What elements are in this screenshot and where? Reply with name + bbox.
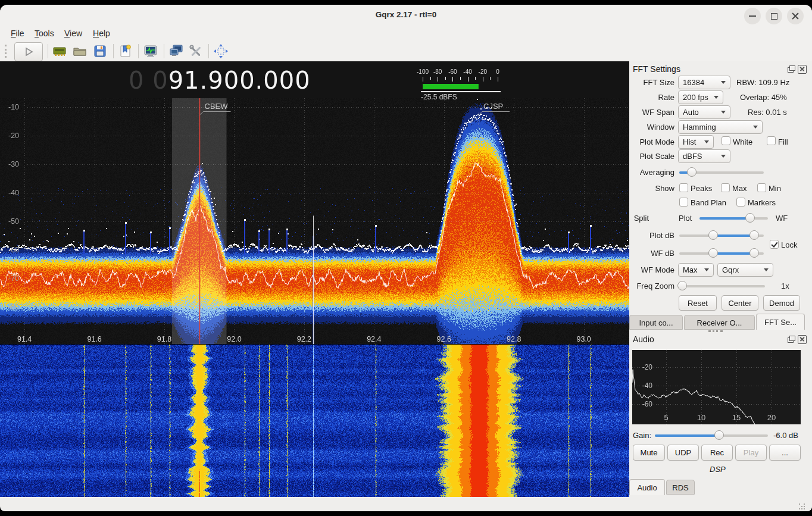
slider-handle[interactable]: [708, 248, 718, 258]
tab-audio[interactable]: Audio: [629, 479, 665, 495]
float-panel-icon[interactable]: [788, 67, 794, 73]
more-button[interactable]: ...: [769, 445, 801, 461]
wf-db-label: WF dB: [600, 249, 674, 258]
close-icon: [787, 8, 804, 24]
split-plot-label: Plot: [679, 214, 692, 223]
markers-checkbox[interactable]: [736, 198, 745, 207]
fft-size-select[interactable]: 16384: [678, 76, 730, 89]
move-arrows-icon: [213, 43, 229, 59]
play-button[interactable]: Play: [735, 445, 767, 461]
maximize-button[interactable]: [766, 8, 782, 24]
close-panel-icon[interactable]: [798, 335, 807, 344]
tab-input-controls[interactable]: Input co...: [629, 315, 683, 330]
chevron-down-icon: [704, 268, 709, 271]
spectrum-waterfall-plot[interactable]: [0, 61, 629, 497]
dbfs-meter: [413, 67, 503, 100]
averaging-slider[interactable]: [679, 171, 764, 174]
chevron-down-icon: [764, 268, 769, 271]
min-label: Min: [769, 184, 781, 193]
device-icon: [52, 43, 67, 59]
fft-dock-icons: [788, 65, 807, 73]
wf-theme-select[interactable]: Gqrx: [717, 263, 773, 277]
wf-mode-select[interactable]: Max: [678, 263, 714, 277]
dock-splitter-handle[interactable]: [708, 330, 723, 334]
chevron-down-icon: [753, 126, 758, 129]
slider-handle[interactable]: [714, 430, 724, 440]
window-select[interactable]: Hamming: [678, 120, 763, 134]
mute-button[interactable]: Mute: [633, 445, 665, 461]
close-panel-icon[interactable]: [798, 65, 807, 74]
close-button[interactable]: [787, 8, 804, 24]
dsp-label: DSP: [710, 465, 726, 474]
remote-control-button[interactable]: [168, 43, 185, 60]
slider-handle[interactable]: [749, 248, 759, 258]
white-checkbox[interactable]: [722, 136, 730, 145]
band-plan-checkbox[interactable]: [679, 198, 688, 207]
fill-checkbox[interactable]: [767, 136, 776, 145]
demod-button[interactable]: Demod: [763, 295, 800, 311]
chevron-down-icon: [714, 96, 719, 99]
menu-file[interactable]: File: [7, 27, 28, 39]
rate-select[interactable]: 200 fps: [678, 90, 723, 104]
wrench-screwdriver-icon: [188, 43, 204, 59]
reset-button[interactable]: Reset: [679, 295, 717, 311]
gain-slider[interactable]: [655, 434, 768, 437]
tools-button[interactable]: [188, 43, 204, 60]
plot-mode-select[interactable]: Hist: [678, 135, 714, 149]
peaks-checkbox[interactable]: [679, 183, 688, 192]
lock-checkbox[interactable]: [770, 240, 779, 249]
udp-button[interactable]: UDP: [667, 445, 699, 461]
fullscreen-button[interactable]: [213, 43, 229, 60]
freq-zoom-slider[interactable]: [679, 285, 765, 287]
wf-span-select[interactable]: Auto: [678, 105, 730, 119]
plot-scale-select[interactable]: dBFS: [678, 149, 730, 163]
bookmarks-button[interactable]: [117, 43, 134, 60]
split-slider[interactable]: [699, 217, 768, 220]
configure-io-button[interactable]: [51, 43, 68, 60]
slider-handle[interactable]: [677, 281, 687, 290]
maximize-icon: [771, 13, 777, 20]
waveform-monitor-icon: [143, 43, 158, 59]
float-panel-icon[interactable]: [788, 337, 794, 343]
center-button[interactable]: Center: [722, 295, 758, 311]
load-settings-button[interactable]: [71, 43, 88, 60]
wf-mode-label: WF Mode: [600, 265, 674, 274]
start-dsp-button[interactable]: [14, 42, 43, 61]
toolbar-grip[interactable]: [5, 45, 9, 58]
resize-grip[interactable]: [799, 504, 800, 505]
fill-checkbox-label: Fill: [778, 137, 788, 146]
show-label: Show: [600, 184, 674, 193]
wf-db-range-slider[interactable]: [679, 252, 764, 255]
window-title: Gqrx 2.17 - rtl=0: [0, 10, 812, 19]
white-checkbox-label: White: [733, 137, 752, 146]
titlebar[interactable]: Gqrx 2.17 - rtl=0: [0, 5, 812, 26]
slider-handle[interactable]: [749, 230, 759, 240]
minimize-button[interactable]: [744, 8, 761, 24]
frequency-display[interactable]: 0 091.900.000: [129, 67, 311, 94]
bookmark-icon: [118, 43, 133, 59]
fft-settings-title: FFT Settings: [633, 64, 680, 74]
res-value: Res: 0.01 s: [748, 108, 787, 117]
rec-button[interactable]: Rec: [701, 445, 733, 461]
rate-label: Rate: [600, 93, 674, 102]
tab-rds[interactable]: RDS: [666, 480, 695, 495]
peaks-label: Peaks: [691, 184, 712, 193]
min-checkbox[interactable]: [757, 183, 766, 192]
save-settings-button[interactable]: [92, 43, 108, 60]
menu-view[interactable]: View: [61, 27, 86, 39]
slider-handle[interactable]: [708, 230, 718, 240]
slider-handle[interactable]: [745, 213, 755, 223]
plot-scale-label: Plot Scale: [600, 152, 674, 161]
dsp-settings-button[interactable]: [142, 43, 159, 60]
plot-db-range-slider[interactable]: [679, 234, 764, 237]
max-checkbox[interactable]: [721, 183, 730, 192]
tab-receiver-options[interactable]: Receiver O...: [684, 315, 755, 330]
markers-label: Markers: [748, 198, 776, 207]
menu-help[interactable]: Help: [89, 27, 114, 39]
plot-db-label: Plot dB: [600, 231, 674, 240]
slider-handle[interactable]: [687, 167, 697, 177]
split-label: Split: [574, 214, 649, 223]
menu-tools[interactable]: Tools: [31, 27, 58, 39]
audio-fft-plot: [632, 350, 801, 424]
tab-fft-settings[interactable]: FFT Se...: [756, 314, 805, 330]
